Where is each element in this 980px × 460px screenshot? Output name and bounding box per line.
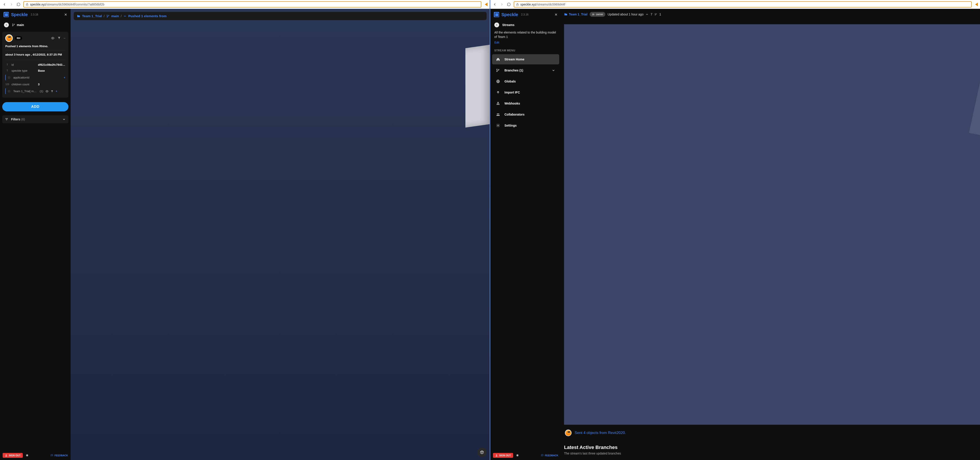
visibility-icon[interactable]: [45, 90, 49, 93]
chevron-down-icon: [552, 68, 555, 72]
lock-icon: [516, 3, 519, 6]
highlight-arrow-icon: [485, 3, 487, 6]
branch-icon: [496, 68, 501, 72]
svg-point-27: [656, 14, 657, 14]
stream-header: Team 1_Trial owner Updated about 1 hour …: [564, 12, 977, 17]
filter-icon[interactable]: [51, 90, 53, 93]
url-text-left: speckle.xyz/streams/dc5969d44f/commits/7…: [30, 3, 104, 6]
person-icon: [5, 454, 8, 457]
svg-point-26: [655, 15, 655, 16]
prop-nested-list[interactable]: { } Team 1_Trial[ m… (1) +: [7, 88, 65, 94]
model-geometry: [465, 44, 490, 128]
branch-count-icon: [654, 13, 657, 16]
viewer-breadcrumb[interactable]: Team 1_Trial / main / Pushed 1 elements …: [74, 12, 487, 20]
svg-point-4: [52, 38, 53, 39]
close-icon[interactable]: ✕: [64, 13, 67, 17]
visibility-icon[interactable]: [51, 36, 54, 40]
lock-icon: [25, 3, 29, 6]
url-bar-right[interactable]: speckle.xyz/streams/dc5969d44f: [514, 1, 972, 8]
avatar: [565, 430, 571, 436]
speckle-logo-icon[interactable]: [3, 12, 9, 17]
upload-icon: [496, 90, 501, 94]
back-icon[interactable]: [2, 2, 6, 6]
sidebar-item-stream-home[interactable]: Stream Home: [492, 54, 559, 64]
version-label: 2.3.16: [521, 13, 528, 16]
svg-point-22: [496, 454, 497, 455]
stream-name-link[interactable]: Team 1_Trial: [564, 13, 587, 16]
chat-icon: [51, 454, 53, 457]
theme-toggle-icon[interactable]: ✺: [516, 454, 519, 457]
svg-point-9: [108, 15, 109, 16]
prop-children-count: 123 children count 3: [5, 81, 65, 87]
back-circle-icon[interactable]: [494, 22, 499, 27]
highlight-arrow-icon: [975, 3, 978, 6]
theme-toggle-icon[interactable]: ✺: [26, 454, 29, 457]
sidebar-item-import-ifc[interactable]: Import IFC: [492, 87, 559, 97]
svg-point-10: [124, 16, 125, 17]
svg-point-18: [498, 102, 498, 103]
speckle-logo-icon[interactable]: [494, 12, 499, 17]
svg-point-17: [498, 104, 500, 105]
sidebar-item-settings[interactable]: Settings: [492, 121, 559, 130]
branch-crumb[interactable]: main: [12, 23, 24, 27]
brand-label[interactable]: Speckle: [11, 12, 28, 17]
plus-icon[interactable]: +: [64, 76, 65, 79]
folder-icon: [564, 13, 568, 16]
svg-point-24: [647, 14, 648, 15]
brand-label[interactable]: Speckle: [501, 12, 518, 17]
stream-main-right: Team 1_Trial owner Updated about 1 hour …: [561, 9, 980, 460]
back-icon[interactable]: [493, 2, 497, 6]
url-bar-left[interactable]: speckle.xyz/streams/dc5969d44f/commits/7…: [23, 1, 481, 8]
sign-out-button[interactable]: SIGN OUT: [493, 453, 513, 458]
commit-link[interactable]: Sent 4 objects from Revit2020.: [574, 431, 626, 435]
svg-point-3: [14, 24, 14, 25]
right-pane: speckle.xyz/streams/dc5969d44f Speckle 2…: [490, 0, 980, 460]
streams-crumb[interactable]: Streams: [502, 23, 514, 27]
add-button[interactable]: ADD: [2, 102, 68, 111]
back-circle-icon[interactable]: [4, 22, 9, 27]
commit-count: 7: [651, 13, 652, 16]
reload-icon[interactable]: [507, 2, 511, 6]
branch-icon: [12, 23, 15, 27]
feedback-link[interactable]: FEEDBACK: [51, 454, 68, 457]
svg-rect-0: [26, 4, 28, 6]
filters-toggle[interactable]: Filters (6): [2, 115, 68, 123]
filter-icon[interactable]: [57, 36, 61, 40]
svg-point-16: [497, 104, 498, 105]
latest-branches-heading: Latest Active Branches: [564, 444, 618, 450]
sidebar-item-globals[interactable]: Globals: [492, 76, 559, 86]
svg-point-14: [498, 69, 499, 70]
updated-label: Updated about 1 hour ago: [608, 13, 643, 16]
home-icon: [496, 57, 501, 61]
plus-icon[interactable]: +: [56, 90, 57, 93]
browser-toolbar-left: speckle.xyz/streams/dc5969d44f/commits/7…: [0, 0, 490, 9]
svg-point-8: [107, 17, 107, 17]
latest-commit-row[interactable]: Sent 4 objects from Revit2020.: [564, 427, 977, 439]
feedback-link[interactable]: FEEDBACK: [541, 454, 558, 457]
cube-icon: [480, 450, 484, 454]
svg-point-20: [498, 114, 500, 115]
sidebar-left: Speckle 2.3.16 ✕ main RH: [0, 9, 71, 460]
stream-preview[interactable]: [564, 24, 980, 425]
commit-card: RH – Pushed 1 elements from Rhino. about…: [2, 32, 68, 98]
sidebar-item-collaborators[interactable]: Collaborators: [492, 109, 559, 119]
sign-out-button[interactable]: SIGN OUT: [3, 453, 23, 458]
collapse-icon[interactable]: –: [64, 36, 65, 40]
commit-count-icon: [646, 13, 648, 16]
branch-icon: [107, 14, 110, 17]
commit-timestamp: about 3 hours ago , 4/12/2022, 8:37:25 P…: [5, 52, 65, 58]
viewer-left[interactable]: Team 1_Trial / main / Pushed 1 elements …: [71, 9, 490, 460]
prop-id: T id df621c08e2fc78438…: [5, 62, 65, 68]
reload-icon[interactable]: [16, 2, 21, 6]
view-cube-button[interactable]: [477, 448, 487, 457]
forward-icon[interactable]: [500, 2, 504, 6]
url-text-right: speckle.xyz/streams/dc5969d44f: [520, 3, 565, 6]
edit-link[interactable]: Edit: [490, 40, 561, 45]
svg-point-7: [107, 15, 107, 16]
forward-icon[interactable]: [9, 2, 14, 6]
sidebar-item-webhooks[interactable]: Webhooks: [492, 98, 559, 108]
close-icon[interactable]: ✕: [555, 13, 557, 17]
prop-application-id[interactable]: { } applicationId +: [7, 75, 65, 81]
sidebar-item-branches[interactable]: Branches (1): [492, 65, 559, 75]
browser-toolbar-right: speckle.xyz/streams/dc5969d44f: [490, 0, 980, 9]
